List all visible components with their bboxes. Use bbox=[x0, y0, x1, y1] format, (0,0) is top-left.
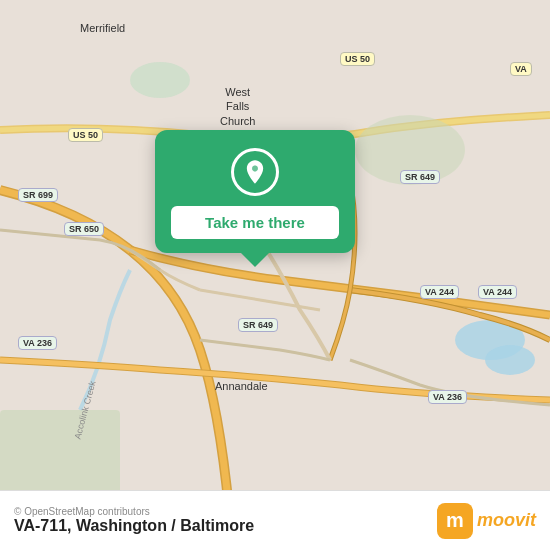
moovit-logo: m moovit bbox=[437, 503, 536, 539]
map-container: Merrifield WestFallsChurch Annandale Acc… bbox=[0, 0, 550, 550]
svg-point-5 bbox=[355, 115, 465, 185]
pin-icon bbox=[231, 148, 279, 196]
svg-point-6 bbox=[252, 166, 258, 172]
take-me-there-button[interactable]: Take me there bbox=[171, 206, 339, 239]
attribution-text: © OpenStreetMap contributors bbox=[14, 506, 254, 517]
svg-point-3 bbox=[485, 345, 535, 375]
map-svg bbox=[0, 0, 550, 550]
moovit-text: moovit bbox=[477, 510, 536, 531]
route-title: VA-711, Washington / Baltimore bbox=[14, 517, 254, 535]
svg-point-1 bbox=[130, 62, 190, 98]
map-popup[interactable]: Take me there bbox=[155, 130, 355, 253]
footer-info: © OpenStreetMap contributors VA-711, Was… bbox=[14, 506, 254, 535]
moovit-icon: m bbox=[437, 503, 473, 539]
footer-bar: © OpenStreetMap contributors VA-711, Was… bbox=[0, 490, 550, 550]
